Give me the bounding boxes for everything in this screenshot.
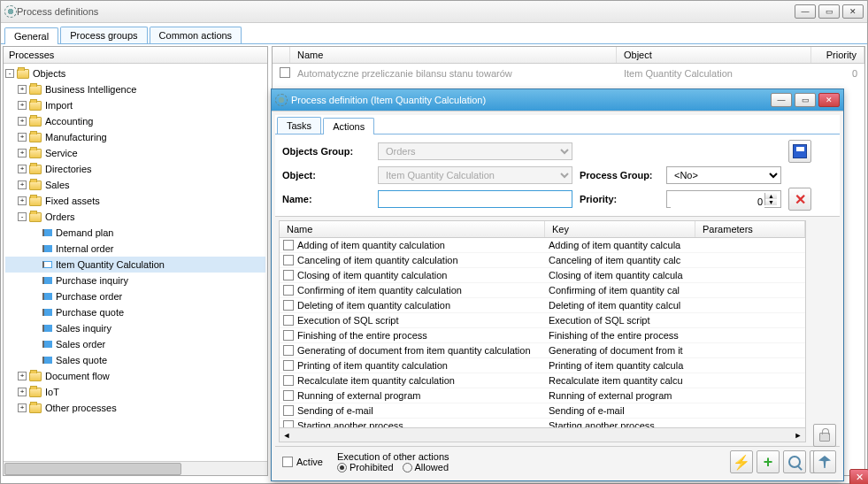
priority-stepper[interactable]: ▲▼: [666, 190, 781, 208]
tree-row[interactable]: -Orders: [5, 209, 265, 225]
tree-row[interactable]: Purchase order: [5, 288, 265, 304]
tree-hscrollbar[interactable]: [4, 461, 267, 475]
radio-prohibited[interactable]: [337, 463, 347, 472]
row-checkbox[interactable]: [283, 330, 294, 341]
expand-icon[interactable]: +: [18, 372, 27, 380]
tree-row[interactable]: Sales inquiry: [5, 320, 265, 336]
row-checkbox[interactable]: [283, 405, 294, 416]
radio-allowed[interactable]: [403, 463, 412, 472]
col-object[interactable]: Object: [617, 47, 811, 63]
acol-params[interactable]: Parameters: [695, 221, 805, 237]
row-checkbox[interactable]: [283, 345, 294, 356]
tree-row[interactable]: Sales order: [5, 336, 265, 352]
tree-row[interactable]: +Directories: [5, 161, 265, 177]
execute-button[interactable]: ⚡: [730, 450, 753, 473]
action-row[interactable]: Confirming of item quantity calculationC…: [280, 283, 805, 298]
spin-down-icon[interactable]: ▼: [764, 199, 777, 205]
tab-general[interactable]: General: [4, 27, 58, 44]
tree-row[interactable]: Demand plan: [5, 225, 265, 241]
scroll-left-icon[interactable]: ◄: [280, 431, 294, 440]
tree-row[interactable]: Sales quote: [5, 352, 265, 368]
col-priority[interactable]: Priority: [811, 47, 864, 63]
action-row[interactable]: Running of external programRunning of ex…: [280, 388, 805, 403]
row-checkbox[interactable]: [283, 285, 294, 296]
active-checkbox[interactable]: [282, 457, 293, 467]
col-name[interactable]: Name: [290, 47, 617, 63]
scroll-right-icon[interactable]: ►: [791, 431, 805, 440]
modal-maximize-button[interactable]: ▭: [795, 93, 816, 107]
close-button[interactable]: ✕: [842, 4, 864, 19]
name-input[interactable]: [378, 190, 572, 208]
expand-icon[interactable]: +: [18, 388, 27, 396]
expand-icon[interactable]: +: [18, 165, 27, 173]
action-row[interactable]: Generating of document from item quantit…: [280, 343, 805, 358]
tree-row[interactable]: Purchase inquiry: [5, 273, 265, 288]
minimize-button[interactable]: —: [795, 4, 816, 19]
tab-actions[interactable]: Actions: [323, 118, 374, 134]
row-checkbox[interactable]: [283, 360, 294, 371]
action-row[interactable]: Deleting of item quantity calculationDel…: [280, 298, 805, 313]
expand-icon[interactable]: +: [18, 133, 27, 142]
collapse-icon[interactable]: -: [18, 212, 27, 221]
row-checkbox[interactable]: [283, 255, 294, 265]
expand-icon[interactable]: +: [18, 85, 27, 94]
modal-titlebar[interactable]: Process definition (Item Quantity Calcul…: [272, 89, 843, 111]
collapse-icon[interactable]: -: [5, 69, 14, 78]
tree-row[interactable]: -Objects: [5, 65, 265, 81]
tree-row[interactable]: Purchase quote: [5, 304, 265, 320]
tree-row[interactable]: +IoT: [5, 384, 265, 400]
action-row[interactable]: Starting another processStarting another…: [280, 419, 805, 427]
action-row[interactable]: Printing of item quantity calculationPri…: [280, 358, 805, 373]
row-checkbox[interactable]: [283, 420, 294, 427]
acol-name[interactable]: Name: [280, 221, 545, 237]
external-close-button[interactable]: ✕: [849, 469, 868, 484]
tree-row[interactable]: +Service: [5, 145, 265, 161]
tree-row[interactable]: +Other processes: [5, 400, 265, 416]
tree-row[interactable]: +Accounting: [5, 113, 265, 129]
delete-button[interactable]: ✕: [788, 188, 811, 211]
pin-button[interactable]: [813, 450, 836, 473]
action-row[interactable]: Closing of item quantity calculationClos…: [280, 268, 805, 283]
tree-row[interactable]: +Business Intelligence: [5, 81, 265, 97]
expand-icon[interactable]: +: [18, 403, 27, 412]
tree-row[interactable]: Internal order: [5, 241, 265, 257]
maximize-button[interactable]: ▭: [818, 4, 840, 19]
lock-button[interactable]: [813, 424, 836, 447]
tree-row[interactable]: +Sales: [5, 177, 265, 193]
tree-row[interactable]: Item Quantity Calculation: [5, 257, 265, 273]
expand-icon[interactable]: +: [18, 149, 27, 157]
action-row[interactable]: Sending of e-mailSending of e-mail: [280, 403, 805, 419]
expand-icon[interactable]: +: [18, 196, 27, 205]
tab-process-groups[interactable]: Process groups: [60, 27, 147, 43]
save-button[interactable]: [788, 140, 811, 163]
action-row[interactable]: Execution of SQL scriptExecution of SQL …: [280, 313, 805, 328]
row-checkbox[interactable]: [283, 390, 294, 401]
action-row[interactable]: Finishing of the entire processFinishing…: [280, 328, 805, 343]
tree-row[interactable]: +Manufacturing: [5, 129, 265, 145]
row-checkbox[interactable]: [283, 270, 294, 280]
tab-common-actions[interactable]: Common actions: [150, 27, 242, 43]
expand-icon[interactable]: +: [18, 181, 27, 189]
action-row[interactable]: Canceling of item quantity calculationCa…: [280, 253, 805, 268]
tree-row[interactable]: +Import: [5, 97, 265, 113]
row-checkbox[interactable]: [280, 67, 290, 78]
expand-icon[interactable]: +: [18, 117, 27, 126]
add-button[interactable]: +: [757, 450, 780, 473]
main-titlebar[interactable]: Process definitions — ▭ ✕: [1, 1, 867, 23]
modal-close-button[interactable]: ✕: [818, 93, 840, 107]
process-group-select[interactable]: <No>: [666, 166, 781, 184]
spin-up-icon[interactable]: ▲: [764, 193, 777, 199]
grid-row[interactable]: Automatyczne przeliczanie bilansu stanu …: [273, 64, 864, 83]
tree-row[interactable]: +Fixed assets: [5, 193, 265, 209]
action-row[interactable]: Recalculate item quantity calculationRec…: [280, 373, 805, 388]
row-checkbox[interactable]: [283, 300, 294, 311]
tab-tasks[interactable]: Tasks: [277, 117, 321, 134]
action-row[interactable]: Adding of item quantity calculationAddin…: [280, 238, 805, 253]
row-checkbox[interactable]: [283, 240, 294, 250]
expand-icon[interactable]: +: [18, 101, 27, 110]
search-button[interactable]: [783, 450, 806, 473]
row-checkbox[interactable]: [283, 315, 294, 326]
grid-hscrollbar[interactable]: ◄ ►: [280, 427, 805, 442]
acol-key[interactable]: Key: [545, 221, 695, 237]
tree-row[interactable]: +Document flow: [5, 368, 265, 384]
